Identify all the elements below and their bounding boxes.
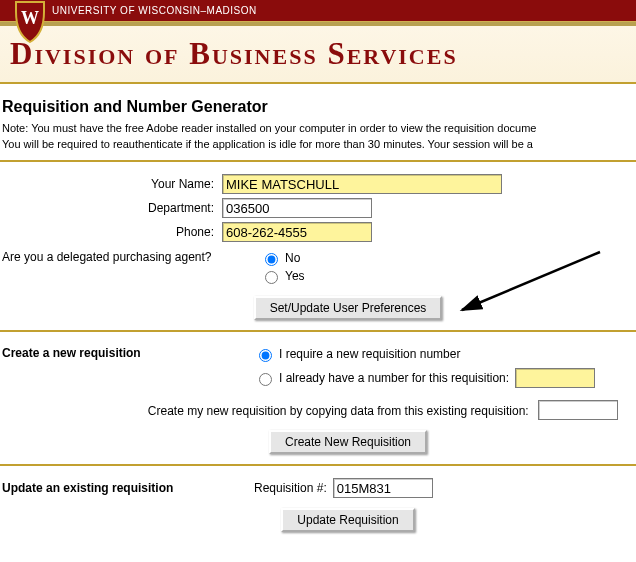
label-copy-from: Create my new requisition by copying dat… [148,404,529,418]
label-name: Your Name: [0,177,222,191]
have-number-input[interactable] [515,368,595,388]
set-prefs-button[interactable]: Set/Update User Preferences [254,296,443,320]
label-create-section: Create a new requisition [0,344,254,360]
dept-input[interactable] [222,198,372,218]
label-update-section: Update an existing requisition [0,481,254,495]
create-requisition-button[interactable]: Create New Requisition [269,430,427,454]
label-delegated: Are you a delegated purchasing agent? [0,248,250,264]
radio-have-number[interactable] [259,373,272,386]
section-divider [0,464,636,466]
section-divider [0,330,636,332]
update-requisition-button[interactable]: Update Requisition [281,508,414,532]
req-num-input[interactable] [333,478,433,498]
label-have-number: I already have a number for this requisi… [279,371,509,385]
radio-delegated-no[interactable] [265,253,278,266]
label-dept: Department: [0,201,222,215]
radio-delegated-yes[interactable] [265,271,278,284]
note-adobe: Note: You must have the free Adobe reade… [2,122,636,134]
university-name: UNIVERSITY OF WISCONSIN–MADISON [52,5,257,16]
label-phone: Phone: [0,225,222,239]
annotation-arrow [450,244,610,324]
label-yes: Yes [285,269,305,283]
label-req-num: Requisition #: [254,481,327,495]
phone-input[interactable] [222,222,372,242]
svg-text:W: W [21,8,39,28]
radio-need-new[interactable] [259,349,272,362]
label-need-new: I require a new requisition number [279,347,460,361]
copy-from-input[interactable] [538,400,618,420]
svg-line-1 [462,252,600,310]
page-title: Requisition and Number Generator [2,98,636,116]
label-no: No [285,251,300,265]
section-divider [0,160,636,162]
name-input[interactable] [222,174,502,194]
topbar: UNIVERSITY OF WISCONSIN–MADISON [0,0,636,22]
note-session: You will be required to reauthenticate i… [2,138,636,150]
uw-crest-logo: W [12,0,48,44]
division-title: Division of Business Services [10,36,458,71]
division-banner: Division of Business Services [0,26,636,84]
